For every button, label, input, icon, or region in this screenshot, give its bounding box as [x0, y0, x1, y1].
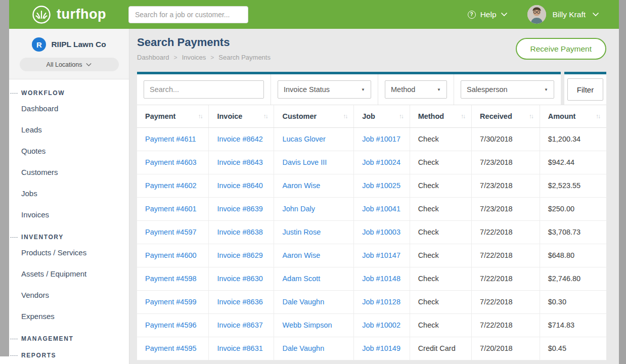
job-link[interactable]: Job #10024	[354, 151, 410, 174]
sidebar-item-dashboard[interactable]: Dashboard	[9, 98, 129, 119]
invoice-link[interactable]: Invoice #8642	[209, 127, 274, 151]
amount-cell: $2,523.55	[540, 174, 606, 197]
breadcrumb-item-invoices[interactable]: Invoices	[182, 54, 206, 61]
payment-link[interactable]: Payment #4597	[137, 220, 209, 244]
invoice-link[interactable]: Invoice #8643	[209, 151, 274, 174]
section-label: INVENTORY	[21, 234, 64, 241]
column-label: Payment	[145, 112, 175, 120]
customer-link[interactable]: Aaron Wise	[274, 174, 354, 197]
invoice-link[interactable]: Invoice #8639	[209, 197, 274, 220]
sidebar-item-products-services[interactable]: Products / Services	[9, 242, 129, 263]
invoice-link[interactable]: Invoice #8638	[209, 220, 274, 244]
customer-link[interactable]: Davis Love III	[274, 151, 354, 174]
job-link[interactable]: Job #10017	[354, 127, 410, 151]
payment-link[interactable]: Payment #4602	[137, 174, 209, 197]
customer-link[interactable]: Adam Scott	[274, 267, 354, 290]
sort-icon[interactable]: ↑↓	[343, 113, 347, 120]
column-header-method[interactable]: Method↑↓	[410, 105, 471, 127]
table-row: Payment #4600Invoice #8629Aaron WiseJob …	[137, 244, 606, 267]
user-name: Billy Kraft	[553, 10, 586, 19]
payment-link[interactable]: Payment #4603	[137, 151, 209, 174]
customer-link[interactable]: Lucas Glover	[274, 127, 354, 151]
invoice-link[interactable]: Invoice #8630	[209, 267, 274, 290]
job-link[interactable]: Job #10148	[354, 267, 410, 290]
received-cell: 7/22/2018	[472, 244, 540, 267]
company-row[interactable]: R RIIPL Lawn Co	[9, 37, 129, 52]
job-link[interactable]: Job #10128	[354, 290, 410, 313]
sidebar-item-assets-equipment[interactable]: Assets / Equipment	[9, 263, 129, 284]
help-menu[interactable]: ? Help	[468, 10, 507, 19]
left-scrollbar-thumb[interactable]	[0, 0, 9, 356]
user-menu-chevron-icon[interactable]	[593, 13, 599, 16]
sidebar-item-invoices[interactable]: Invoices	[9, 204, 129, 225]
invoice-link[interactable]: Invoice #8640	[209, 174, 274, 197]
invoice-link[interactable]: Invoice #8629	[209, 244, 274, 267]
amount-cell: $250.00	[540, 197, 606, 220]
locations-dropdown[interactable]: All Locations	[20, 58, 119, 71]
table-row: Payment #4596Invoice #8637Webb SimpsonJo…	[137, 313, 606, 337]
turfhop-logo[interactable]: turfhop	[31, 5, 106, 25]
left-scrollbar[interactable]	[0, 0, 9, 364]
payment-link[interactable]: Payment #4601	[137, 197, 209, 220]
customer-link[interactable]: Dale Vaughn	[274, 337, 354, 360]
job-link[interactable]: Job #10041	[354, 197, 410, 220]
payment-link[interactable]: Payment #4599	[137, 290, 209, 313]
sort-icon[interactable]: ↑↓	[529, 113, 533, 120]
method-select-label: Method	[391, 85, 415, 94]
column-label: Customer	[282, 112, 317, 120]
column-header-job[interactable]: Job↑↓	[354, 105, 410, 127]
filter-button[interactable]: Filter	[567, 78, 603, 101]
customer-link[interactable]: Webb Simpson	[274, 313, 354, 337]
received-cell: 7/22/2018	[472, 313, 540, 337]
column-header-received[interactable]: Received↑↓	[472, 105, 540, 127]
salesperson-select-label: Salesperson	[467, 85, 508, 94]
method-cell: Check	[410, 174, 471, 197]
method-select[interactable]: Method ▼	[385, 80, 447, 99]
column-header-amount[interactable]: Amount↑↓	[540, 105, 606, 127]
right-scrollbar[interactable]	[619, 0, 626, 364]
received-cell: 7/23/2018	[472, 174, 540, 197]
select-arrow-icon: ▼	[544, 87, 548, 92]
payment-link[interactable]: Payment #4595	[137, 337, 209, 360]
invoice-status-select[interactable]: Invoice Status ▼	[278, 80, 371, 99]
invoice-link[interactable]: Invoice #8637	[209, 313, 274, 337]
column-label: Received	[480, 112, 512, 120]
payment-link[interactable]: Payment #4611	[137, 127, 209, 151]
sidebar-item-vendors[interactable]: Vendors	[9, 284, 129, 305]
column-header-payment[interactable]: Payment↑↓	[137, 105, 209, 127]
receive-payment-button[interactable]: Receive Payment	[516, 38, 606, 60]
customer-link[interactable]: Dale Vaughn	[274, 290, 354, 313]
payment-link[interactable]: Payment #4598	[137, 267, 209, 290]
breadcrumb-item-dashboard[interactable]: Dashboard	[137, 54, 169, 61]
user-avatar[interactable]	[527, 5, 546, 24]
global-search-input[interactable]	[128, 6, 248, 23]
customer-link[interactable]: Aaron Wise	[274, 244, 354, 267]
sidebar-item-customers[interactable]: Customers	[9, 161, 129, 183]
payment-link[interactable]: Payment #4600	[137, 244, 209, 267]
sidebar-item-expenses[interactable]: Expenses	[9, 305, 129, 327]
job-link[interactable]: Job #10025	[354, 174, 410, 197]
sidebar-item-jobs[interactable]: Jobs	[9, 183, 129, 204]
column-header-customer[interactable]: Customer↑↓	[274, 105, 354, 127]
sidebar-item-quotes[interactable]: Quotes	[9, 140, 129, 161]
invoice-link[interactable]: Invoice #8631	[209, 337, 274, 360]
sort-icon[interactable]: ↑↓	[198, 113, 202, 120]
sidebar-item-leads[interactable]: Leads	[9, 119, 129, 140]
payment-link[interactable]: Payment #4596	[137, 313, 209, 337]
page-header: Search Payments Dashboard>Invoices>Searc…	[137, 36, 606, 61]
table-search-input[interactable]	[144, 80, 264, 99]
invoice-link[interactable]: Invoice #8636	[209, 290, 274, 313]
job-link[interactable]: Job #10002	[354, 313, 410, 337]
sort-icon[interactable]: ↑↓	[399, 113, 403, 120]
column-header-invoice[interactable]: Invoice↑↓	[209, 105, 274, 127]
sort-icon[interactable]: ↑↓	[263, 113, 267, 120]
sort-icon[interactable]: ↑↓	[596, 113, 600, 120]
customer-link[interactable]: Justin Rose	[274, 220, 354, 244]
job-link[interactable]: Job #10149	[354, 337, 410, 360]
sort-icon[interactable]: ↑↓	[461, 113, 465, 120]
salesperson-select[interactable]: Salesperson ▼	[461, 80, 554, 99]
job-link[interactable]: Job #10147	[354, 244, 410, 267]
job-link[interactable]: Job #10003	[354, 220, 410, 244]
locations-label: All Locations	[47, 61, 82, 68]
customer-link[interactable]: John Daly	[274, 197, 354, 220]
